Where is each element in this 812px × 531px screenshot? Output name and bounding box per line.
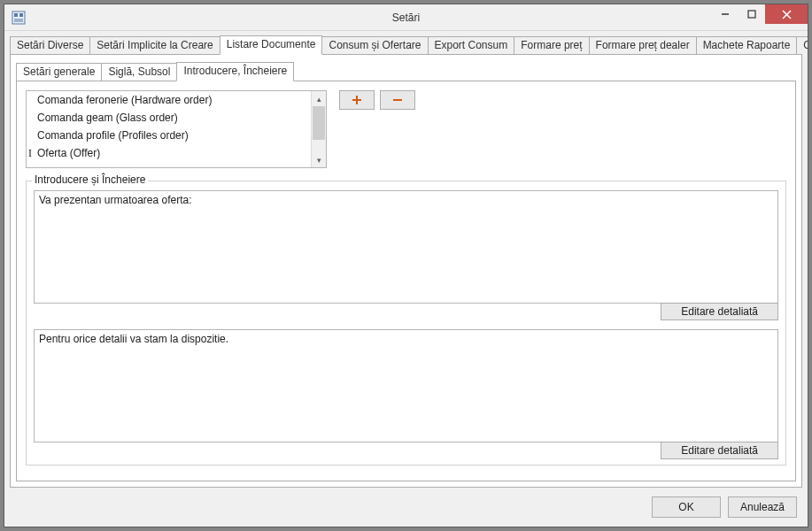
tab-conectarea[interactable]: Conectarea la d — [796, 36, 808, 54]
outro-block: Pentru orice detalii va stam la dispozit… — [34, 329, 778, 459]
scroll-track[interactable] — [312, 106, 326, 152]
cancel-button[interactable]: Anulează — [728, 496, 797, 518]
tab-listare-documente[interactable]: Listare Documente — [220, 35, 323, 55]
scroll-down-icon[interactable]: ▾ — [312, 152, 326, 167]
minus-icon — [392, 95, 403, 105]
sub-tab-panel: Comanda feronerie (Hardware order) Coman… — [16, 81, 796, 481]
maximize-button[interactable] — [739, 4, 765, 24]
close-button[interactable] — [765, 4, 808, 24]
group-legend: Introducere și Încheiere — [32, 173, 148, 186]
add-button[interactable] — [339, 90, 375, 110]
tab-formare-pret[interactable]: Formare preț — [514, 36, 589, 54]
window-content: Setări Diverse Setări Implicite la Crear… — [4, 31, 808, 527]
app-icon — [12, 11, 26, 25]
tab-machete-rapoarte[interactable]: Machete Rapoarte — [696, 36, 798, 54]
settings-window: Setări Setări Diverse Setări Implicite l… — [4, 4, 808, 527]
scroll-up-icon[interactable]: ▴ — [312, 91, 326, 106]
dialog-buttons: OK Anulează — [10, 488, 802, 521]
tab-consum-ofertare[interactable]: Consum și Ofertare — [321, 36, 428, 54]
list-toolbar — [339, 90, 415, 110]
list-item[interactable]: Oferta (Offer) — [27, 144, 311, 162]
window-controls — [712, 4, 808, 24]
svg-rect-1 — [14, 13, 18, 17]
plus-icon — [352, 95, 362, 105]
subtab-setari-generale[interactable]: Setări generale — [16, 63, 102, 81]
ok-button[interactable]: OK — [652, 496, 721, 518]
intro-outro-group: Introducere și Încheiere Va prezentan ur… — [26, 181, 786, 466]
svg-rect-3 — [14, 19, 23, 22]
svg-rect-2 — [19, 13, 23, 17]
minimize-button[interactable] — [712, 4, 739, 24]
subtab-sigla-subsol[interactable]: Siglă, Subsol — [101, 63, 177, 81]
tab-setari-implicite[interactable]: Setări Implicite la Creare — [89, 36, 220, 54]
list-item[interactable]: Comanda geam (Glass order) — [27, 109, 311, 127]
document-type-list[interactable]: Comanda feronerie (Hardware order) Coman… — [26, 90, 327, 168]
titlebar: Setări — [4, 4, 808, 31]
intro-block: Va prezentan urmatoarea oferta: Editare … — [34, 190, 778, 320]
intro-edit-button[interactable]: Editare detaliată — [661, 303, 778, 320]
scroll-thumb[interactable] — [313, 106, 325, 140]
tab-setari-diverse[interactable]: Setări Diverse — [10, 36, 90, 54]
main-tab-panel: Setări generale Siglă, Subsol Introducer… — [10, 55, 802, 488]
outro-edit-button[interactable]: Editare detaliată — [661, 442, 778, 459]
main-tabstrip: Setări Diverse Setări Implicite la Crear… — [10, 35, 802, 55]
tab-export-consum[interactable]: Export Consum — [428, 36, 515, 54]
list-item[interactable]: Comanda profile (Profiles order) — [27, 127, 311, 144]
list-item[interactable]: Comanda feronerie (Hardware order) — [27, 91, 311, 109]
outro-textarea[interactable]: Pentru orice detalii va stam la dispozit… — [34, 329, 778, 442]
subtab-introducere-incheiere[interactable]: Introducere, Încheiere — [176, 62, 294, 81]
svg-rect-5 — [748, 11, 755, 18]
list-scrollbar[interactable]: ▴ ▾ — [311, 91, 326, 167]
top-row: Comanda feronerie (Hardware order) Coman… — [26, 90, 786, 168]
tab-formare-pret-dealer[interactable]: Formare preț dealer — [589, 36, 697, 54]
sub-tabstrip: Setări generale Siglă, Subsol Introducer… — [16, 62, 796, 81]
window-title: Setări — [4, 12, 808, 24]
intro-textarea[interactable]: Va prezentan urmatoarea oferta: — [34, 190, 778, 304]
remove-button[interactable] — [380, 90, 415, 110]
